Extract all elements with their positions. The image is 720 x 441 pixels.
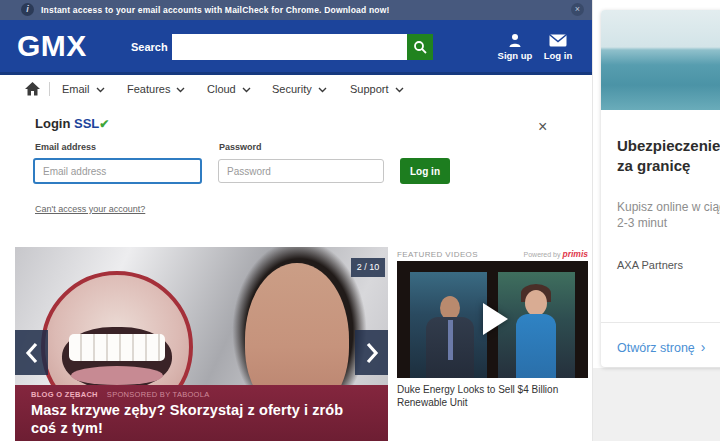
- carousel-category: BLOG O ZĘBACH: [31, 390, 98, 399]
- ssl-label: SSL: [74, 116, 99, 131]
- powered-by-text: Powered by: [524, 251, 561, 258]
- password-label: Password: [219, 142, 262, 152]
- video-caption[interactable]: Duke Energy Looks to Sell $4 Billion Ren…: [397, 383, 587, 409]
- search-input[interactable]: [172, 34, 407, 60]
- carousel-meta: BLOG O ZĘBACHSPONSORED BY TABOOLA: [31, 390, 372, 399]
- login-action[interactable]: Log in: [535, 32, 581, 61]
- ad-sea-image: [601, 10, 720, 110]
- ad-title: Ubezpieczenie za granicę: [617, 136, 720, 177]
- nav-item-features[interactable]: Features: [127, 83, 185, 95]
- chevron-down-icon: [176, 87, 185, 93]
- email-label: Email address: [35, 142, 96, 152]
- nav-item-label: Features: [127, 83, 170, 95]
- password-field[interactable]: [218, 159, 384, 183]
- account-help-link[interactable]: Can't access your account?: [35, 204, 145, 214]
- gmx-homepage: i Instant access to your email accounts …: [0, 0, 720, 441]
- nav-item-label: Email: [62, 83, 90, 95]
- promo-banner: i Instant access to your email accounts …: [0, 0, 592, 20]
- play-icon[interactable]: [483, 303, 508, 335]
- nav-item-support[interactable]: Support: [350, 83, 404, 95]
- sponsored-carousel[interactable]: 2 / 10 BLOG O ZĘBACHSPONSORED BY TABOOLA…: [15, 247, 388, 441]
- carousel-image-teeth: [69, 334, 165, 361]
- person-icon: [492, 32, 538, 47]
- video-anchor-right-head: [525, 290, 547, 316]
- search-icon: [413, 40, 427, 54]
- video-anchor-left-tie: [448, 320, 453, 360]
- nav-item-cloud[interactable]: Cloud: [207, 83, 251, 95]
- nav-item-label: Cloud: [207, 83, 236, 95]
- nav-divider: [49, 82, 50, 96]
- carousel-sponsored-label: SPONSORED BY TABOOLA: [107, 390, 210, 399]
- primis-logo[interactable]: primis: [562, 249, 588, 259]
- carousel-next-button[interactable]: [355, 330, 388, 375]
- ssl-check-icon: ✔: [99, 117, 109, 131]
- carousel-image-mouth: [62, 327, 171, 390]
- email-field[interactable]: [33, 158, 202, 184]
- info-icon: i: [21, 3, 34, 16]
- carousel-prev-button[interactable]: [15, 330, 48, 375]
- ad-advertiser: AXA Partners: [617, 259, 720, 271]
- video-anchor-left: [410, 272, 487, 378]
- ad-text: Kupisz online w ciągu 2-3 minut: [617, 199, 720, 233]
- signup-label: Sign up: [492, 50, 538, 61]
- chevron-down-icon: [395, 87, 404, 93]
- nav-item-email[interactable]: Email: [62, 83, 105, 95]
- ad-card[interactable]: Ubezpieczenie za granicę Kupisz online w…: [601, 10, 720, 367]
- main-nav: Email Features Cloud Security Support: [0, 75, 592, 103]
- home-icon[interactable]: [25, 82, 40, 100]
- carousel-counter: 2 / 10: [351, 258, 385, 277]
- video-thumbnail[interactable]: [397, 261, 588, 378]
- login-label: Log in: [535, 50, 581, 61]
- nav-item-security[interactable]: Security: [272, 83, 327, 95]
- chevron-down-icon: [96, 87, 105, 93]
- featured-videos-header: FEATURED VIDEOS Powered byprimis: [397, 249, 588, 259]
- chevron-down-icon: [242, 87, 251, 93]
- chevron-right-icon: [365, 342, 379, 364]
- video-anchor-right: [498, 272, 575, 378]
- chevron-down-icon: [318, 87, 327, 93]
- video-anchor-right-scarf: [516, 314, 556, 378]
- carousel-headline[interactable]: Masz krzywe zęby? Skorzystaj z oferty i …: [31, 402, 372, 437]
- carousel-image-lip: [71, 366, 163, 385]
- login-title-text: Login: [35, 116, 70, 131]
- featured-videos-title: FEATURED VIDEOS: [397, 250, 478, 259]
- sidebar-lower-background: [593, 368, 720, 441]
- nav-item-label: Support: [350, 83, 389, 95]
- ad-cta-label: Otwórz stronę: [617, 341, 695, 355]
- login-panel-title: Login SSL✔: [35, 116, 109, 131]
- search-button[interactable]: [407, 34, 433, 60]
- ad-body: Ubezpieczenie za granicę Kupisz online w…: [601, 110, 720, 271]
- main-header: GMX Search Sign up: [0, 20, 592, 75]
- gmx-logo[interactable]: GMX: [17, 29, 87, 63]
- ad-cta-link[interactable]: Otwórz stronę›: [617, 339, 705, 355]
- promo-banner-text: Instant access to your email accounts wi…: [41, 5, 390, 15]
- login-button[interactable]: Log in: [400, 158, 450, 184]
- envelope-icon: [535, 32, 581, 47]
- carousel-caption-overlay: BLOG O ZĘBACHSPONSORED BY TABOOLA Masz k…: [15, 385, 388, 441]
- search-label: Search: [131, 41, 168, 53]
- nav-item-label: Security: [272, 83, 312, 95]
- banner-close-icon[interactable]: ×: [571, 3, 584, 16]
- login-panel-close-icon[interactable]: ×: [538, 119, 547, 135]
- chevron-right-icon: ›: [701, 339, 706, 355]
- ad-divider: [601, 322, 720, 323]
- powered-by: Powered byprimis: [524, 249, 588, 259]
- chevron-left-icon: [25, 342, 39, 364]
- signup-action[interactable]: Sign up: [492, 32, 538, 61]
